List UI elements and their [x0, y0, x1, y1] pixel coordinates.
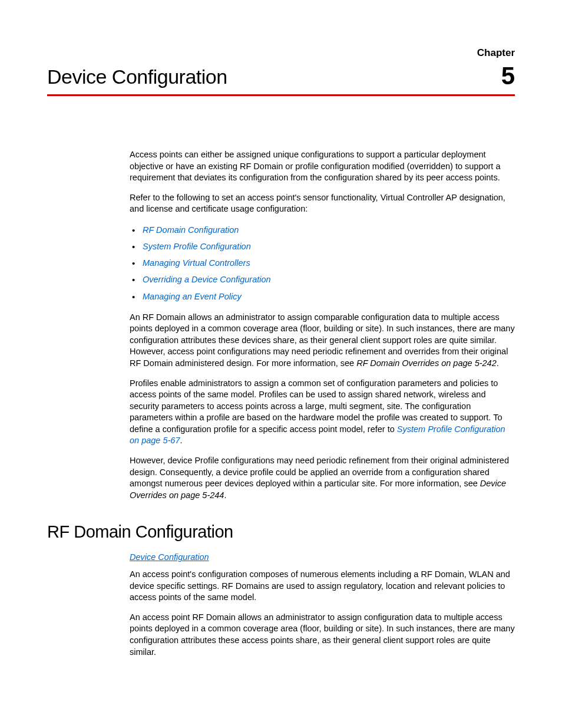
profiles-para: Profiles enable administrators to assign… — [130, 378, 515, 447]
text-span: . — [224, 490, 226, 500]
list-item: System Profile Configuration — [143, 240, 515, 253]
chapter-header-right: Chapter — [47, 47, 515, 59]
header-rule — [47, 94, 515, 96]
list-item: Overriding a Device Configuration — [143, 273, 515, 286]
link-overriding-device[interactable]: Overriding a Device Configuration — [143, 275, 271, 284]
section-heading-rf-domain: RF Domain Configuration — [47, 522, 515, 542]
section2-para-1: An access point's configuration composes… — [130, 569, 515, 604]
title-row: Device Configuration 5 — [47, 59, 515, 94]
section-content: Device Configuration An access point's c… — [130, 552, 515, 658]
overrides-para: However, device Profile configurations m… — [130, 455, 515, 501]
text-span: . — [180, 436, 182, 445]
chapter-number: 5 — [501, 64, 515, 88]
rf-domain-para: An RF Domain allows an administrator to … — [130, 312, 515, 370]
topic-list: RF Domain Configuration System Profile C… — [130, 223, 515, 304]
text-span: . — [497, 358, 499, 368]
section2-para-2: An access point RF Domain allows an admi… — [130, 612, 515, 658]
chapter-label: Chapter — [47, 47, 515, 59]
link-virtual-controllers[interactable]: Managing Virtual Controllers — [143, 258, 250, 268]
ref-rf-overrides: RF Domain Overrides on page 5-242 — [356, 358, 497, 368]
link-rf-domain[interactable]: RF Domain Configuration — [143, 225, 239, 235]
breadcrumb-link[interactable]: Device Configuration — [130, 552, 515, 562]
link-event-policy[interactable]: Managing an Event Policy — [143, 292, 242, 301]
list-item: Managing an Event Policy — [143, 290, 515, 304]
content-block: Access points can either be assigned uni… — [130, 149, 515, 501]
list-item: Managing Virtual Controllers — [143, 256, 515, 270]
chapter-title: Device Configuration — [47, 65, 227, 88]
list-item: RF Domain Configuration — [143, 223, 515, 237]
text-span: However, device Profile configurations m… — [130, 456, 509, 488]
intro-para-1: Access points can either be assigned uni… — [130, 149, 515, 184]
intro-para-2: Refer to the following to set an access … — [130, 192, 515, 215]
link-system-profile[interactable]: System Profile Configuration — [143, 242, 251, 251]
